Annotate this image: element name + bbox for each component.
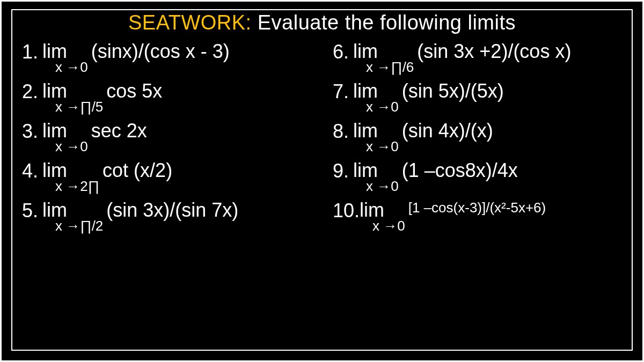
limit-block: lim x →∏/6	[353, 42, 414, 74]
limit-approach: x →∏/6	[353, 60, 414, 74]
expression: (sin 3x +2)/(cos x)	[417, 42, 571, 61]
problem-number: 3.	[22, 121, 42, 142]
limit-word: lim	[42, 42, 67, 61]
limit-approach: x →0	[360, 219, 405, 233]
limit-approach: x →0	[353, 139, 399, 153]
limit-word: lim	[360, 201, 384, 220]
right-column: 6. lim x →∏/6 (sin 3x +2)/(cos x) 7. lim…	[333, 42, 622, 240]
problem-3: 3. lim x →0 sec 2x	[22, 121, 311, 153]
limit-block: lim x →2∏	[42, 161, 99, 193]
problem-8: 8. lim x →0 (sin 4x)/(x)	[333, 121, 622, 153]
limit-word: lim	[353, 121, 378, 141]
expression: cot (x/2)	[103, 161, 172, 180]
problem-number: 5.	[22, 201, 42, 221]
limit-approach: x →0	[42, 60, 88, 74]
limit-approach: x →0	[353, 179, 399, 193]
limit-block: lim x →0	[353, 121, 399, 153]
title-accent: SEATWORK:	[128, 11, 252, 34]
limit-approach: x →∏/2	[42, 219, 103, 233]
problem-number: 4.	[22, 161, 42, 181]
limit-block: lim x →0	[360, 201, 405, 233]
limit-word: lim	[42, 201, 67, 220]
expression: (1 –cos8x)/4x	[402, 161, 518, 180]
problem-10: 10. lim x →0 [1 –cos(x-3)]/(x²-5x+6)	[333, 201, 622, 233]
problem-5: 5. lim x →∏/2 (sin 3x)/(sin 7x)	[22, 201, 311, 233]
limit-word: lim	[353, 42, 378, 61]
title-rest: Evaluate the following limits	[252, 11, 516, 34]
limit-block: lim x →0	[353, 82, 399, 114]
limit-block: lim x →∏/2	[42, 201, 103, 233]
problem-1: 1. lim x →0 (sinx)/(cos x - 3)	[22, 42, 311, 74]
expression: sec 2x	[91, 121, 147, 141]
expression: (sin 4x)/(x)	[402, 121, 493, 141]
limit-block: lim x →0	[42, 121, 88, 153]
limit-word: lim	[353, 82, 378, 101]
limit-word: lim	[353, 161, 378, 180]
limit-word: lim	[42, 121, 67, 141]
problem-number: 6.	[333, 42, 353, 62]
problem-number: 10.	[333, 201, 360, 221]
problem-7: 7. lim x →0 (sin 5x)/(5x)	[333, 82, 622, 114]
limit-approach: x →2∏	[42, 179, 99, 193]
expression: [1 –cos(x-3)]/(x²-5x+6)	[408, 201, 546, 215]
problem-number: 2.	[22, 82, 42, 102]
expression: (sinx)/(cos x - 3)	[91, 42, 230, 61]
limit-approach: x →0	[353, 100, 399, 114]
problem-6: 6. lim x →∏/6 (sin 3x +2)/(cos x)	[333, 42, 622, 74]
problem-number: 9.	[333, 161, 353, 181]
problem-2: 2. lim x →∏/5 cos 5x	[22, 82, 311, 114]
problem-number: 7.	[333, 82, 353, 102]
slide: SEATWORK: Evaluate the following limits …	[0, 0, 644, 362]
slide-title: SEATWORK: Evaluate the following limits	[22, 11, 622, 34]
columns: 1. lim x →0 (sinx)/(cos x - 3) 2. lim x …	[22, 42, 622, 240]
expression: (sin 5x)/(5x)	[402, 82, 504, 101]
problem-number: 8.	[333, 121, 353, 142]
limit-approach: x →∏/5	[42, 100, 103, 114]
left-column: 1. lim x →0 (sinx)/(cos x - 3) 2. lim x …	[22, 42, 311, 240]
limit-word: lim	[42, 161, 67, 180]
limit-word: lim	[42, 82, 67, 101]
problem-9: 9. lim x →0 (1 –cos8x)/4x	[333, 161, 622, 193]
limit-block: lim x →0	[353, 161, 399, 193]
problem-4: 4. lim x →2∏ cot (x/2)	[22, 161, 311, 193]
expression: (sin 3x)/(sin 7x)	[106, 201, 238, 220]
problem-number: 1.	[22, 42, 42, 62]
limit-approach: x →0	[42, 139, 88, 153]
slide-inner: SEATWORK: Evaluate the following limits …	[11, 9, 633, 351]
limit-block: lim x →∏/5	[42, 82, 103, 114]
limit-block: lim x →0	[42, 42, 88, 74]
expression: cos 5x	[106, 82, 162, 101]
